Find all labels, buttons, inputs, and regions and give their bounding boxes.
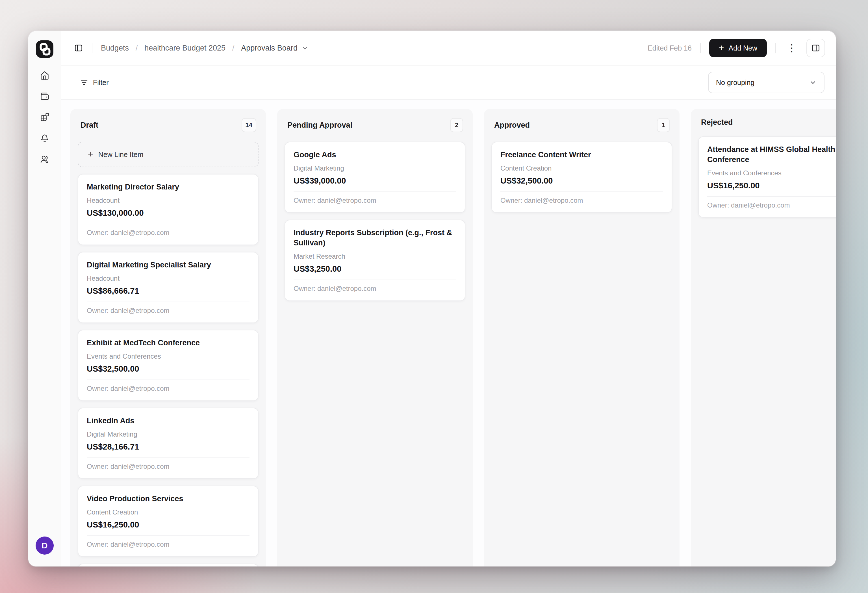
column-header: Rejected	[698, 116, 836, 127]
card-divider	[87, 302, 249, 302]
card-category: Headcount	[87, 274, 249, 283]
sidebar: D	[28, 31, 61, 567]
chevron-down-icon	[301, 45, 308, 52]
line-item-card[interactable]: Industry Reports Subscription (e.g., Fro…	[285, 220, 465, 301]
card-amount: US$86,666.71	[87, 285, 249, 296]
line-item-card[interactable]: Customer Surveys and Focus Groups	[78, 564, 258, 567]
board-column: Draft14+New Line ItemMarketing Director …	[70, 109, 266, 567]
breadcrumb: Budgets/healthcare Budget 2025/Approvals…	[101, 44, 308, 53]
card-amount: US$3,250.00	[294, 263, 456, 274]
line-item-card[interactable]: Freelance Content WriterContent Creation…	[492, 142, 672, 213]
card-owner: Owner: daniel@etropo.com	[500, 196, 663, 205]
breadcrumb-separator: /	[232, 44, 234, 53]
new-line-item-button[interactable]: +New Line Item	[78, 142, 258, 167]
card-category: Content Creation	[87, 508, 249, 517]
main-area: Budgets/healthcare Budget 2025/Approvals…	[61, 31, 836, 567]
column-title: Rejected	[701, 118, 733, 127]
column-count-badge: 2	[450, 118, 463, 132]
card-category: Events and Conferences	[707, 169, 836, 178]
new-line-item-label: New Line Item	[98, 150, 143, 159]
card-amount: US$39,000.00	[294, 175, 456, 186]
add-new-label: Add New	[729, 44, 757, 52]
card-title: Marketing Director Salary	[87, 182, 249, 192]
right-panel-toggle-icon	[811, 43, 821, 53]
card-title: Exhibit at MedTech Conference	[87, 338, 249, 348]
line-item-card[interactable]: Attendance at HIMSS Global Health Confer…	[698, 136, 836, 218]
column-cards: Attendance at HIMSS Global Health Confer…	[698, 136, 836, 218]
card-divider	[87, 536, 249, 536]
home-icon	[40, 70, 50, 81]
card-divider	[87, 458, 249, 458]
users-icon	[40, 154, 50, 164]
sidebar-item-budgets[interactable]	[40, 91, 50, 102]
breadcrumb-item[interactable]: Approvals Board	[241, 44, 308, 53]
card-category: Market Research	[294, 252, 456, 261]
card-title: Industry Reports Subscription (e.g., Fro…	[294, 228, 456, 248]
line-item-card[interactable]: Marketing Director SalaryHeadcountUS$130…	[78, 174, 258, 245]
card-amount: US$32,500.00	[87, 363, 249, 374]
card-title: LinkedIn Ads	[87, 416, 249, 426]
line-item-card[interactable]: LinkedIn AdsDigital MarketingUS$28,166.7…	[78, 408, 258, 479]
sidebar-item-members[interactable]	[40, 154, 50, 164]
card-owner: Owner: daniel@etropo.com	[294, 284, 456, 293]
topbar: Budgets/healthcare Budget 2025/Approvals…	[61, 31, 836, 66]
card-category: Digital Marketing	[294, 164, 456, 173]
board-column: Approved1Freelance Content WriterContent…	[484, 109, 679, 567]
blocks-icon	[40, 112, 50, 122]
card-title: Digital Marketing Specialist Salary	[87, 260, 249, 270]
card-owner: Owner: daniel@etropo.com	[87, 384, 249, 393]
filter-lines-icon	[80, 78, 89, 87]
card-title: Freelance Content Writer	[500, 150, 663, 160]
app-logo-squares-icon	[36, 41, 53, 57]
wallet-icon	[40, 91, 50, 102]
column-header: Approved1	[492, 116, 672, 132]
plus-icon: +	[719, 43, 724, 52]
plus-icon: +	[88, 150, 93, 159]
card-amount: US$28,166.71	[87, 441, 249, 452]
card-category: Digital Marketing	[87, 430, 249, 439]
card-title: Attendance at HIMSS Global Health Confer…	[707, 144, 836, 165]
card-amount: US$32,500.00	[500, 175, 663, 186]
card-owner: Owner: daniel@etropo.com	[87, 306, 249, 315]
sidebar-item-home[interactable]	[40, 70, 50, 81]
kebab-menu-button[interactable]: ⋮	[784, 42, 799, 54]
grouping-value: No grouping	[716, 78, 754, 87]
line-item-card[interactable]: Google AdsDigital MarketingUS$39,000.00O…	[285, 142, 465, 213]
column-title: Draft	[81, 121, 98, 129]
grouping-select[interactable]: No grouping	[708, 72, 824, 93]
sidebar-toggle-icon	[74, 43, 83, 53]
filter-button[interactable]: Filter	[80, 78, 109, 87]
board-column: RejectedAttendance at HIMSS Global Healt…	[691, 109, 836, 567]
card-category: Events and Conferences	[87, 352, 249, 361]
card-title: Google Ads	[294, 150, 456, 160]
card-divider	[500, 191, 663, 192]
app-logo[interactable]	[36, 40, 53, 58]
sidebar-nav	[40, 70, 50, 164]
card-owner: Owner: daniel@etropo.com	[87, 228, 249, 237]
card-divider	[707, 196, 836, 197]
chevron-down-icon	[809, 79, 816, 86]
sidebar-item-notifications[interactable]	[40, 133, 50, 143]
user-avatar[interactable]: D	[35, 537, 54, 555]
board-column: Pending Approval2Google AdsDigital Marke…	[277, 109, 473, 567]
line-item-card[interactable]: Digital Marketing Specialist SalaryHeadc…	[78, 252, 258, 323]
column-cards: Freelance Content WriterContent Creation…	[492, 142, 672, 213]
column-cards: Marketing Director SalaryHeadcountUS$130…	[78, 174, 258, 567]
app-window: D Budgets/healthcare Budget 2025/Approva…	[28, 31, 836, 567]
right-panel-toggle-button[interactable]	[806, 39, 825, 57]
card-divider	[87, 224, 249, 224]
column-count-badge: 1	[657, 118, 670, 132]
breadcrumb-item[interactable]: healthcare Budget 2025	[145, 44, 226, 53]
sidebar-toggle-button[interactable]	[74, 43, 83, 53]
line-item-card[interactable]: Video Production ServicesContent Creatio…	[78, 486, 258, 557]
card-divider	[294, 191, 456, 192]
sidebar-item-boards[interactable]	[40, 112, 50, 122]
bell-icon	[40, 133, 50, 143]
topbar-divider	[92, 43, 92, 53]
add-new-button[interactable]: + Add New	[709, 39, 767, 57]
card-divider	[294, 280, 456, 280]
column-title: Pending Approval	[287, 121, 352, 129]
topbar-divider	[700, 43, 701, 53]
line-item-card[interactable]: Exhibit at MedTech ConferenceEvents and …	[78, 330, 258, 401]
breadcrumb-item[interactable]: Budgets	[101, 44, 129, 53]
